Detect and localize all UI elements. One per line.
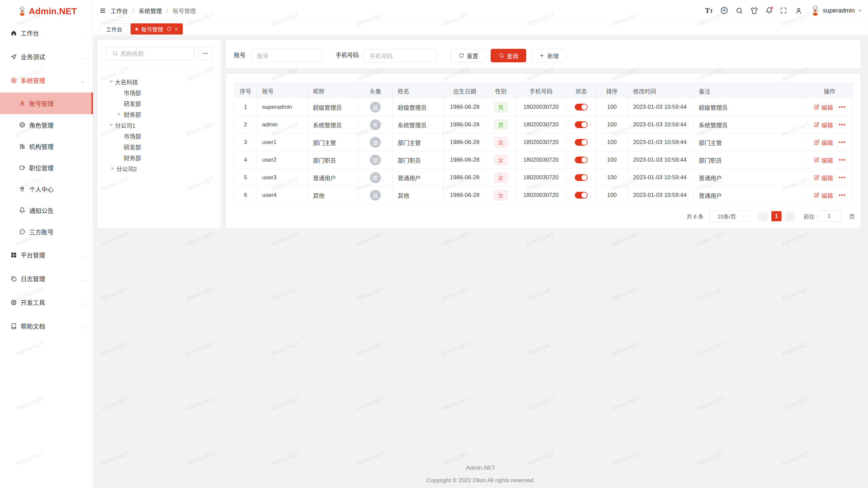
svg-text:中: 中: [723, 8, 726, 13]
